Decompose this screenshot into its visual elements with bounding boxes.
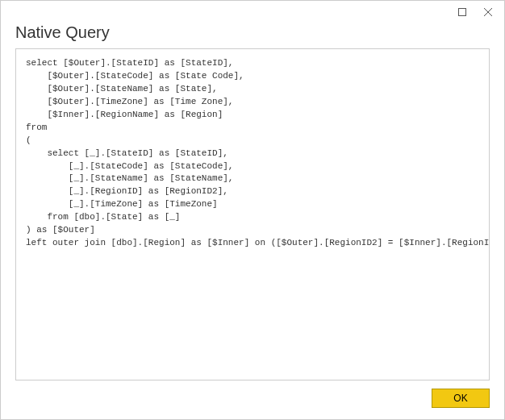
- titlebar: [1, 1, 504, 23]
- dialog-footer: OK: [1, 380, 504, 419]
- ok-button[interactable]: OK: [432, 389, 490, 408]
- dialog-title: Native Query: [1, 23, 504, 48]
- maximize-icon: [458, 8, 466, 16]
- close-icon: [484, 8, 492, 16]
- query-text: select [$Outer].[StateID] as [StateID], …: [26, 57, 479, 250]
- svg-rect-0: [459, 9, 466, 16]
- query-box: select [$Outer].[StateID] as [StateID], …: [15, 48, 490, 380]
- maximize-button[interactable]: [451, 4, 474, 20]
- close-button[interactable]: [477, 4, 499, 20]
